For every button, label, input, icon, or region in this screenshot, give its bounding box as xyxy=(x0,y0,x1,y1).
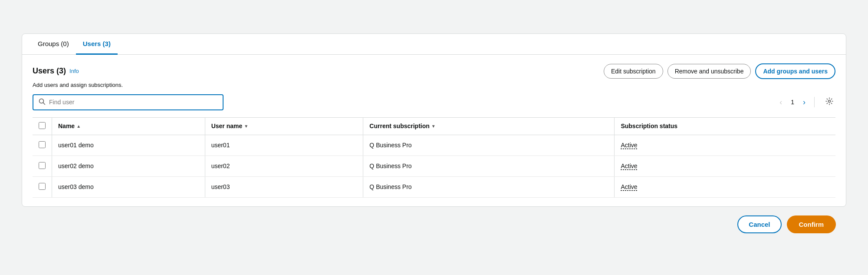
cancel-button[interactable]: Cancel xyxy=(737,215,781,233)
row-checkbox-cell-0 xyxy=(33,135,52,156)
add-groups-users-button[interactable]: Add groups and users xyxy=(755,63,835,79)
row-checkbox-1[interactable] xyxy=(39,162,46,169)
tab-groups[interactable]: Groups (0) xyxy=(31,34,76,55)
row-username-1: user02 xyxy=(205,156,363,176)
row-status-2: Active xyxy=(615,176,835,197)
row-name-0: user01 demo xyxy=(52,135,205,156)
search-box xyxy=(33,94,224,110)
search-page-row: ‹ 1 › xyxy=(33,94,835,110)
content-area: Users (3) Info Edit subscription Remove … xyxy=(22,55,846,206)
th-status: Subscription status xyxy=(615,117,835,135)
row-subscription-2: Q Business Pro xyxy=(363,176,614,197)
th-subscription[interactable]: Current subscription ▼ xyxy=(363,117,614,135)
th-select-all xyxy=(33,117,52,135)
row-subscription-1: Q Business Pro xyxy=(363,156,614,176)
row-status-0: Active xyxy=(615,135,835,156)
row-username-0: user01 xyxy=(205,135,363,156)
pagination-controls: ‹ 1 › xyxy=(776,95,835,109)
th-name[interactable]: Name ▲ xyxy=(52,117,205,135)
table-row: user02 demo user02 Q Business Pro Active xyxy=(33,156,835,176)
search-input[interactable] xyxy=(49,99,217,106)
users-table: Name ▲ User name ▼ Current xyxy=(33,117,835,198)
select-all-checkbox[interactable] xyxy=(39,122,46,129)
row-checkbox-0[interactable] xyxy=(39,141,46,148)
search-icon xyxy=(39,98,46,106)
info-link[interactable]: Info xyxy=(69,68,79,74)
row-checkbox-cell-2 xyxy=(33,176,52,197)
section-title: Users (3) xyxy=(33,66,66,76)
svg-point-2 xyxy=(829,100,831,102)
settings-button[interactable] xyxy=(823,95,835,109)
table-row: user01 demo user01 Q Business Pro Active xyxy=(33,135,835,156)
confirm-button[interactable]: Confirm xyxy=(787,215,836,233)
tabs-bar: Groups (0) Users (3) xyxy=(22,34,846,55)
row-name-2: user03 demo xyxy=(52,176,205,197)
row-subscription-0: Q Business Pro xyxy=(363,135,614,156)
svg-line-1 xyxy=(43,103,45,104)
current-page: 1 xyxy=(787,97,798,107)
sort-asc-icon: ▲ xyxy=(76,124,81,129)
row-checkbox-cell-1 xyxy=(33,156,52,176)
row-username-2: user03 xyxy=(205,176,363,197)
next-page-button[interactable]: › xyxy=(799,96,809,108)
edit-subscription-button[interactable]: Edit subscription xyxy=(604,64,663,79)
prev-page-button[interactable]: ‹ xyxy=(776,96,786,108)
divider xyxy=(814,97,815,107)
tab-users[interactable]: Users (3) xyxy=(76,34,118,55)
remove-unsubscribe-button[interactable]: Remove and unsubscribe xyxy=(667,64,751,79)
row-status-1: Active xyxy=(615,156,835,176)
footer: Cancel Confirm xyxy=(22,207,846,242)
sort-desc-icon-subscription: ▼ xyxy=(431,124,436,129)
table-row: user03 demo user03 Q Business Pro Active xyxy=(33,176,835,197)
section-subtitle: Add users and assign subscriptions. xyxy=(33,82,835,88)
row-checkbox-2[interactable] xyxy=(39,183,46,190)
section-title-group: Users (3) Info xyxy=(33,66,79,76)
header-row: Users (3) Info Edit subscription Remove … xyxy=(33,63,835,79)
main-panel: Groups (0) Users (3) Users (3) Info Edit… xyxy=(22,33,846,207)
header-actions: Edit subscription Remove and unsubscribe… xyxy=(604,63,835,79)
sort-desc-icon-username: ▼ xyxy=(244,124,248,129)
th-username[interactable]: User name ▼ xyxy=(205,117,363,135)
row-name-1: user02 demo xyxy=(52,156,205,176)
